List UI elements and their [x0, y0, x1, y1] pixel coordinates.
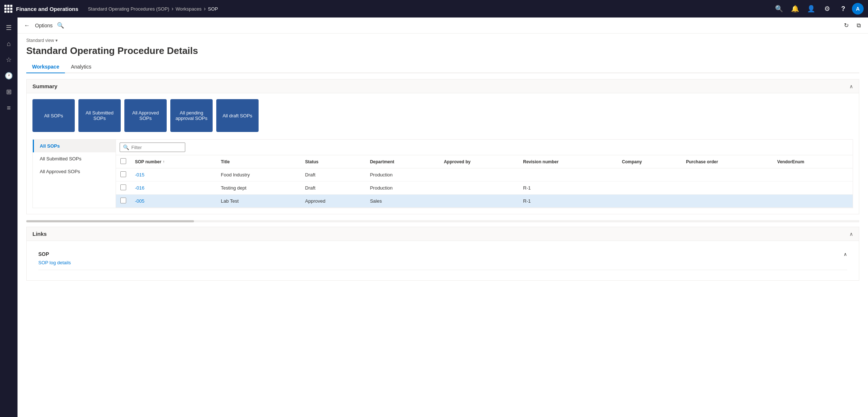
tile-draft-label: All draft SOPs — [222, 113, 252, 118]
row-checkbox-cell — [116, 182, 131, 195]
row-department: Production — [365, 182, 439, 195]
open-icon[interactable]: ⧉ — [853, 20, 864, 31]
table-row[interactable]: -005 Lab Test Approved Sales R-1 — [116, 195, 853, 208]
breadcrumb-workspaces[interactable]: Workspaces — [175, 6, 201, 12]
filter-input-wrap: 🔍 — [120, 143, 185, 152]
help-icon[interactable]: ? — [836, 1, 850, 16]
table-header-row: SOP number ↑ Title Status Department App… — [116, 155, 853, 168]
row-title: Food Industry — [216, 168, 301, 182]
standard-view-selector[interactable]: Standard view ▾ — [26, 38, 859, 43]
search-nav-icon[interactable]: 🔍 — [772, 1, 786, 16]
row-title: Lab Test — [216, 195, 301, 208]
nav-item-approved[interactable]: All Approved SOPs — [33, 165, 116, 178]
page-title: Standard Operating Procedure Details — [26, 45, 859, 56]
tile-draft-sops[interactable]: All draft SOPs — [216, 99, 259, 132]
tile-all-sops-label: All SOPs — [44, 113, 63, 118]
person-icon[interactable]: 👤 — [804, 1, 818, 16]
summary-section-header: Summary ∧ — [27, 79, 859, 93]
row-status: Draft — [301, 182, 366, 195]
nav-item-all-sops[interactable]: All SOPs — [33, 140, 116, 152]
th-sop-number-label: SOP number — [135, 159, 161, 164]
th-checkbox — [116, 155, 131, 168]
sop-group-chevron-icon: ∧ — [844, 252, 847, 257]
data-table: SOP number ↑ Title Status Department App… — [116, 155, 853, 208]
links-section-header: Links ∧ — [27, 227, 859, 241]
sop-group-title: SOP — [38, 251, 49, 257]
header-checkbox[interactable] — [120, 158, 126, 164]
breadcrumb-sep-2: › — [204, 5, 206, 12]
data-table-wrapper: 🔍 — [116, 140, 853, 208]
tile-approved-sops[interactable]: All Approved SOPs — [124, 99, 167, 132]
breadcrumb: Standard Operating Procedures (SOP) › Wo… — [88, 5, 218, 12]
tile-pending-sops[interactable]: All pending approval SOPs — [170, 99, 213, 132]
recent-side-icon[interactable]: 🕐 — [1, 69, 16, 83]
tile-all-sops[interactable]: All SOPs — [32, 99, 75, 132]
tile-approved-label: All Approved SOPs — [127, 110, 164, 121]
row-vendor-enum — [773, 195, 853, 208]
row-checkbox[interactable] — [120, 184, 126, 190]
links-body: SOP ∧ SOP log details — [27, 241, 859, 280]
tile-submitted-sops[interactable]: All Submitted SOPs — [78, 99, 121, 132]
row-purchase-order — [682, 195, 773, 208]
row-checkbox[interactable] — [120, 198, 126, 203]
row-revision-number: R-1 — [519, 195, 617, 208]
th-sop-number: SOP number ↑ — [131, 155, 216, 168]
avatar[interactable]: A — [852, 3, 864, 15]
table-row[interactable]: -015 Food Industry Draft Production — [116, 168, 853, 182]
favorites-side-icon[interactable]: ☆ — [1, 52, 16, 67]
filter-search-icon: 🔍 — [123, 144, 129, 150]
links-collapse-icon[interactable]: ∧ — [849, 231, 853, 237]
sop-group-header[interactable]: SOP ∧ — [38, 247, 847, 260]
refresh-icon[interactable]: ↻ — [841, 20, 851, 31]
th-vendor-enum: VendorEnum — [773, 155, 853, 168]
tile-pending-label: All pending approval SOPs — [173, 110, 210, 121]
th-company: Company — [617, 155, 682, 168]
th-title: Title — [216, 155, 301, 168]
tiles-row: All SOPs All Submitted SOPs All Approved… — [32, 99, 853, 132]
summary-section: Summary ∧ All SOPs All Submitted SOPs Al… — [26, 79, 859, 214]
home-side-icon[interactable]: ⌂ — [1, 36, 16, 51]
summary-title: Summary — [32, 83, 57, 89]
filter-row: 🔍 — [116, 140, 853, 155]
tab-workspace[interactable]: Workspace — [26, 61, 65, 73]
row-company — [617, 182, 682, 195]
row-purchase-order — [682, 182, 773, 195]
table-row[interactable]: -016 Testing dept Draft Production R-1 — [116, 182, 853, 195]
row-approved-by — [439, 182, 519, 195]
page-content: Standard view ▾ Standard Operating Proce… — [18, 34, 868, 289]
row-checkbox-cell — [116, 195, 131, 208]
row-checkbox-cell — [116, 168, 131, 182]
list-side-icon[interactable]: ≡ — [1, 101, 16, 115]
app-grid-icon[interactable] — [4, 5, 12, 13]
row-checkbox[interactable] — [120, 171, 126, 177]
bell-icon[interactable]: 🔔 — [788, 1, 802, 16]
settings-icon[interactable]: ⚙ — [820, 1, 834, 16]
options-search-icon[interactable]: 🔍 — [55, 20, 66, 31]
summary-collapse-icon[interactable]: ∧ — [849, 83, 853, 89]
sop-divider — [38, 270, 847, 270]
row-company — [617, 195, 682, 208]
modules-side-icon[interactable]: ⊞ — [1, 85, 16, 99]
row-department: Sales — [365, 195, 439, 208]
sop-log-details-link[interactable]: SOP log details — [38, 260, 71, 265]
th-status: Status — [301, 155, 366, 168]
filter-input[interactable] — [131, 145, 193, 150]
th-revision-number: Revision number — [519, 155, 617, 168]
row-department: Production — [365, 168, 439, 182]
breadcrumb-current[interactable]: SOP — [208, 6, 218, 12]
tab-analytics[interactable]: Analytics — [65, 61, 97, 73]
breadcrumb-sep-1: › — [171, 5, 173, 12]
nav-item-submitted[interactable]: All Submitted SOPs — [33, 152, 116, 165]
row-approved-by — [439, 195, 519, 208]
row-sop-number: -016 — [131, 182, 216, 195]
row-purchase-order — [682, 168, 773, 182]
hamburger-menu-icon[interactable]: ☰ — [1, 20, 16, 35]
chevron-down-icon: ▾ — [55, 38, 58, 43]
back-button[interactable]: ← — [22, 20, 32, 31]
tabs: Workspace Analytics — [26, 61, 859, 73]
main-area: ← Options 🔍 ↻ ⧉ Standard view ▾ Standard… — [18, 17, 868, 417]
left-side-nav: ☰ ⌂ ☆ 🕐 ⊞ ≡ — [0, 17, 18, 417]
table-area: All SOPs All Submitted SOPs All Approved… — [32, 139, 853, 208]
breadcrumb-sop[interactable]: Standard Operating Procedures (SOP) — [88, 6, 169, 12]
row-sop-number: -005 — [131, 195, 216, 208]
